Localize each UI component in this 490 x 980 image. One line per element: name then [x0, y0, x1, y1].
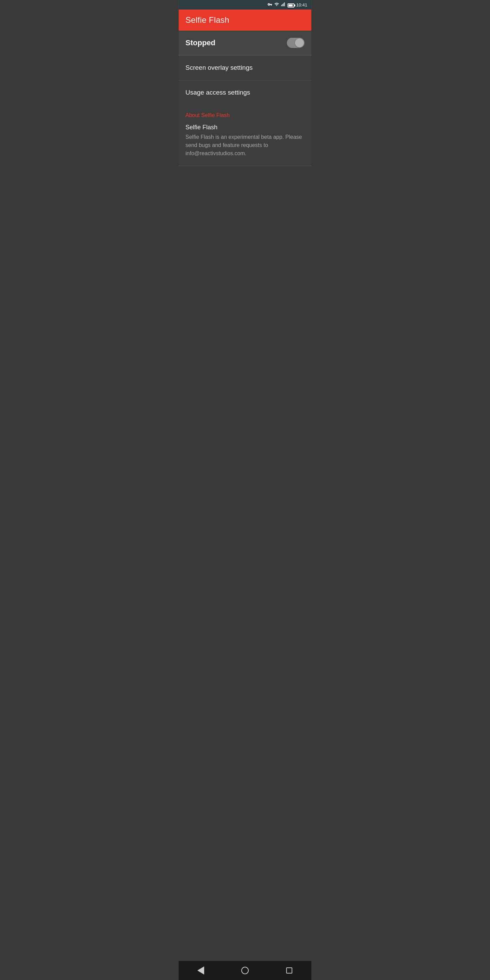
stopped-label: Stopped — [185, 38, 215, 47]
status-bar: 10:41 — [179, 0, 311, 10]
about-app-title: Selfie Flash — [185, 124, 305, 131]
wifi-icon — [274, 2, 279, 8]
svg-rect-0 — [282, 5, 282, 6]
about-content: Selfie Flash Selfie Flash is an experime… — [179, 121, 311, 166]
signal-icon — [281, 2, 286, 8]
screen-overlay-item[interactable]: Screen overlay settings — [179, 56, 311, 80]
service-toggle[interactable] — [287, 38, 305, 48]
screen-overlay-label: Screen overlay settings — [185, 64, 253, 72]
empty-space — [179, 166, 311, 288]
status-time: 10:41 — [296, 2, 307, 8]
about-section-header: About Selfie Flash — [179, 105, 311, 121]
svg-rect-3 — [285, 2, 285, 6]
app-bar: Selfie Flash — [179, 10, 311, 30]
svg-rect-1 — [282, 4, 283, 6]
toggle-knob — [295, 38, 304, 47]
about-header-text: About Selfie Flash — [185, 112, 230, 118]
key-icon — [267, 2, 272, 8]
app-title: Selfie Flash — [185, 15, 229, 25]
usage-access-item[interactable]: Usage access settings — [179, 80, 311, 105]
status-icons: 10:41 — [267, 2, 307, 8]
main-content: Stopped Screen overlay settings Usage ac… — [179, 30, 311, 308]
battery-icon — [288, 2, 294, 8]
svg-rect-2 — [283, 3, 284, 6]
about-description: Selfie Flash is an experimental beta app… — [185, 133, 305, 158]
toggle-row: Stopped — [179, 30, 311, 55]
usage-access-label: Usage access settings — [185, 89, 250, 96]
